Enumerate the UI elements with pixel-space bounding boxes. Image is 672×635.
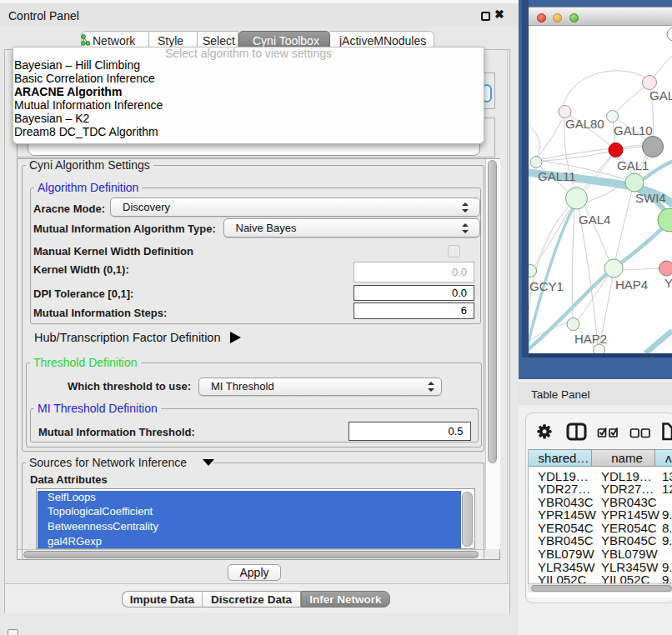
svg-text:GAL10: GAL10 [614, 123, 653, 138]
svg-text:Y: Y [664, 276, 672, 290]
svg-text:HAP2: HAP2 [574, 332, 607, 346]
svg-text:GCY1: GCY1 [529, 279, 564, 293]
svg-text:HAP4: HAP4 [615, 278, 648, 292]
svg-text:GAL80: GAL80 [565, 117, 604, 131]
svg-text:GAL4: GAL4 [579, 212, 610, 227]
svg-text:GAL11: GAL11 [538, 169, 576, 183]
svg-text:GAL: GAL [649, 88, 672, 102]
svg-text:SWI4: SWI4 [635, 191, 666, 205]
svg-text:GAL1: GAL1 [617, 158, 649, 172]
